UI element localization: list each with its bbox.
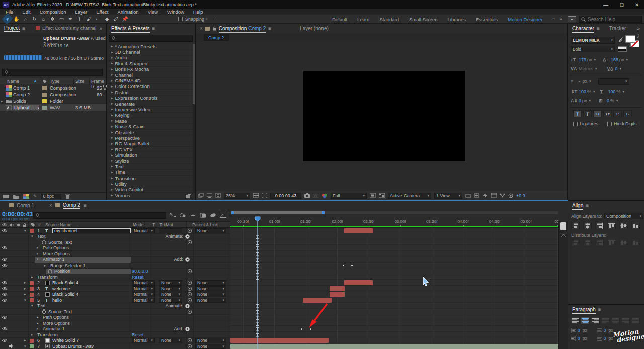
resolution-select[interactable]: Full▾ (331, 193, 367, 199)
property-label[interactable]: Range Selector 1 (50, 263, 86, 269)
layer-color-swatch[interactable] (30, 339, 34, 343)
eye-toggle-icon[interactable] (2, 263, 8, 269)
new-folder-icon[interactable] (13, 194, 19, 199)
eye-toggle-icon[interactable] (2, 228, 8, 234)
stroke-style-select[interactable]: ▾ (598, 78, 629, 85)
effects-category-generate[interactable]: ▸Generate (107, 101, 193, 107)
channels-icon[interactable] (321, 193, 328, 198)
comp-timecode[interactable]: 0:00:00:43 (270, 193, 301, 199)
effects-category-distort[interactable]: ▸Distort (107, 90, 193, 95)
timeline-tab-close-icon[interactable]: × (49, 203, 52, 208)
twirl-icon[interactable]: ▸ (37, 245, 39, 251)
effects-category-rg-magic-bullet[interactable]: ▸RG Magic Bullet (107, 141, 193, 147)
kerning-value[interactable]: Metrics (579, 66, 593, 71)
selection-tool-icon[interactable]: ➤ (2, 13, 13, 25)
default-fill-stroke-icon[interactable] (618, 46, 627, 52)
pan-behind-tool-icon[interactable]: ✥ (48, 15, 57, 23)
effects-category-vranos[interactable]: ▸Vranos (107, 193, 193, 198)
pickwhip-icon[interactable] (187, 228, 192, 234)
paragraph-tab[interactable]: Paragraph (572, 306, 596, 314)
help-search-input[interactable] (588, 17, 639, 22)
twirl-icon[interactable]: ▸ (111, 136, 113, 140)
space-before-value[interactable]: 0 (604, 328, 606, 333)
close-button[interactable]: ✕ (631, 1, 643, 9)
stroke-width-value[interactable]: - px (579, 79, 587, 84)
new-composition-icon[interactable] (23, 194, 29, 199)
twirl-icon[interactable]: ▾ (31, 234, 33, 240)
twirl-icon[interactable]: ▸ (111, 142, 113, 146)
eye-toggle-icon[interactable] (2, 315, 8, 321)
layer-name[interactable]: hello (52, 297, 62, 303)
pickwhip-icon[interactable] (187, 297, 192, 303)
scrollbar-handle[interactable] (560, 222, 566, 230)
column-size[interactable]: Size (75, 79, 85, 84)
property-label[interactable]: Position (54, 269, 70, 275)
property-row-position[interactable]: Position90.0,0.0 (0, 269, 230, 275)
label-color-swatch[interactable] (42, 99, 47, 103)
parent-link-select[interactable]: None▾ (195, 286, 226, 292)
layer-duration-bar[interactable] (230, 338, 329, 343)
distribute-left-button[interactable] (571, 239, 580, 246)
magnification-select[interactable]: 25%▾ (224, 193, 250, 199)
time-ruler[interactable]: 00:30f01:00f01:30f02:00f02:30f03:00f03:3… (230, 210, 558, 228)
snapshot-icon[interactable] (304, 193, 310, 198)
character-tabs-overflow-icon[interactable]: » (637, 26, 640, 31)
audio-toggle-icon[interactable] (9, 343, 14, 349)
menu-layer[interactable]: Layer (71, 9, 92, 15)
twirl-icon[interactable]: ▾ (24, 297, 26, 303)
keyframe-marker[interactable] (301, 328, 302, 330)
property-value[interactable]: 90.0,0.0 (132, 269, 148, 275)
twirl-icon[interactable]: ▸ (111, 147, 113, 151)
puppet-pin-tool-icon[interactable]: 📌 (121, 15, 129, 23)
composition-viewport[interactable] (196, 42, 567, 191)
menu-window[interactable]: Window (163, 9, 189, 15)
baseline-shift-dropdown-icon[interactable]: ▾ (589, 99, 591, 103)
effects-search-input[interactable] (118, 36, 190, 41)
twirl-icon[interactable]: ▸ (111, 130, 113, 134)
new-animation-preset-icon[interactable] (186, 194, 191, 198)
animate-button-icon[interactable] (185, 234, 190, 240)
twirl-icon[interactable]: ▸ (111, 176, 113, 180)
twirl-icon[interactable]: ▸ (111, 90, 113, 94)
twirl-icon[interactable]: ▸ (31, 332, 33, 338)
parent-link-select[interactable]: None▾ (195, 338, 226, 343)
shy-layers-toggle-icon[interactable] (190, 213, 196, 218)
property-value[interactable]: Reset (132, 274, 144, 280)
font-size-value[interactable]: 173 (579, 57, 586, 62)
blend-mode-select[interactable]: Normal▾ (132, 286, 155, 292)
twirl-icon[interactable]: ▸ (111, 56, 113, 60)
timeline-search-box[interactable] (33, 212, 166, 219)
twirl-icon[interactable]: ▸ (111, 96, 113, 100)
paragraph-panel-menu-icon[interactable]: ≡ (598, 307, 601, 312)
property-row-path-options[interactable]: ▸Path Options (0, 245, 230, 251)
twirl-icon[interactable]: ▸ (111, 107, 113, 111)
twirl-icon[interactable]: ▸ (111, 113, 113, 117)
trkmat-select[interactable]: None▾ (159, 292, 182, 297)
work-area-track[interactable] (230, 211, 558, 214)
kerning-dropdown-icon[interactable]: ▾ (595, 67, 597, 71)
property-row-source-text[interactable]: Source Text (0, 309, 230, 315)
twirl-icon[interactable]: ▸ (44, 263, 46, 269)
label-color-swatch[interactable] (42, 93, 47, 97)
twirl-icon[interactable]: ▸ (111, 159, 113, 163)
menu-file[interactable]: File (1, 9, 18, 15)
justify-last-center-button[interactable] (611, 317, 620, 324)
blend-mode-select[interactable]: Normal▾ (132, 298, 155, 303)
keyframe-marker[interactable] (343, 265, 344, 266)
vertical-scale-value[interactable]: 100 (579, 89, 586, 94)
indent-right-value[interactable]: 0 (578, 336, 580, 341)
menu-composition[interactable]: Composition (35, 9, 71, 15)
number-column-header[interactable]: # (38, 222, 41, 227)
project-row-comp-2[interactable]: Comp 2Composition60 (0, 91, 106, 98)
layer-name[interactable]: White Solid 7 (52, 338, 79, 344)
eraser-tool-icon[interactable]: ◆ (103, 15, 111, 23)
t-column-header[interactable]: T (152, 222, 155, 227)
view-layout-select[interactable]: 1 View▾ (434, 193, 462, 199)
align-text-center-button[interactable] (581, 317, 590, 324)
layer-row-my-channel[interactable]: ▾1Tmy channelNormal▾None▾ (0, 228, 230, 234)
twirl-icon[interactable]: ▸ (111, 67, 113, 71)
playhead-marker[interactable] (255, 216, 261, 223)
comp-button-icon[interactable] (561, 233, 566, 238)
target-region-icon[interactable] (370, 193, 376, 198)
twirl-icon[interactable]: ▸ (111, 188, 113, 192)
